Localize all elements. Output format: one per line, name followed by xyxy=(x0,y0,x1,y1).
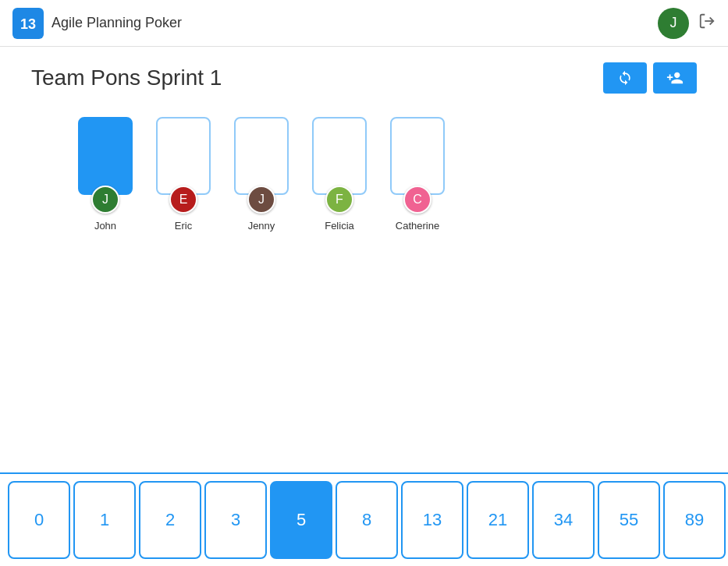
invite-button[interactable] xyxy=(653,62,697,94)
players-area: JJohnEEricJJennyFFeliciaCCatherine xyxy=(31,117,697,232)
session-header: Team Pons Sprint 1 xyxy=(31,62,697,94)
player-name-catherine: Catherine xyxy=(396,220,439,232)
logo: 13 Agile Planning Poker xyxy=(12,8,182,39)
player-jenny: JJenny xyxy=(234,117,289,232)
vote-card-89[interactable]: 89 xyxy=(663,481,726,559)
player-card-catherine xyxy=(390,117,445,195)
logout-icon[interactable] xyxy=(698,12,716,34)
svg-text:13: 13 xyxy=(20,16,36,31)
voting-area: 0123581321345589 xyxy=(0,472,728,566)
player-avatar-jenny: J xyxy=(247,186,275,214)
player-avatar-felicia: F xyxy=(325,186,353,214)
player-avatar-john: J xyxy=(91,186,119,214)
vote-card-55[interactable]: 55 xyxy=(598,481,660,559)
player-catherine: CCatherine xyxy=(390,117,445,232)
vote-card-21[interactable]: 21 xyxy=(467,481,529,559)
app-header: 13 Agile Planning Poker J xyxy=(0,0,728,47)
vote-card-0[interactable]: 0 xyxy=(8,481,70,559)
vote-card-3[interactable]: 3 xyxy=(204,481,267,559)
logo-icon: 13 xyxy=(12,8,44,39)
player-eric: EEric xyxy=(156,117,211,232)
user-avatar[interactable]: J xyxy=(658,8,689,39)
player-avatar-catherine: C xyxy=(403,186,431,214)
player-card-john xyxy=(78,117,133,195)
main-content: Team Pons Sprint 1 JJohnEEricJJennyFFeli… xyxy=(0,47,728,566)
player-name-jenny: Jenny xyxy=(248,220,275,232)
logo-text: Agile Planning Poker xyxy=(51,15,182,31)
player-felicia: FFelicia xyxy=(312,117,367,232)
player-name-eric: Eric xyxy=(175,220,192,232)
session-title: Team Pons Sprint 1 xyxy=(31,65,597,90)
player-avatar-eric: E xyxy=(169,186,197,214)
vote-card-5[interactable]: 5 xyxy=(270,481,332,559)
player-card-felicia xyxy=(312,117,367,195)
player-name-felicia: Felicia xyxy=(325,220,354,232)
vote-card-2[interactable]: 2 xyxy=(139,481,201,559)
reset-button[interactable] xyxy=(603,62,647,94)
vote-card-8[interactable]: 8 xyxy=(336,481,398,559)
player-name-john: John xyxy=(94,220,116,232)
player-card-eric xyxy=(156,117,211,195)
player-john: JJohn xyxy=(78,117,133,232)
player-card-jenny xyxy=(234,117,289,195)
vote-card-34[interactable]: 34 xyxy=(532,481,595,559)
vote-card-13[interactable]: 13 xyxy=(401,481,463,559)
vote-card-1[interactable]: 1 xyxy=(73,481,136,559)
